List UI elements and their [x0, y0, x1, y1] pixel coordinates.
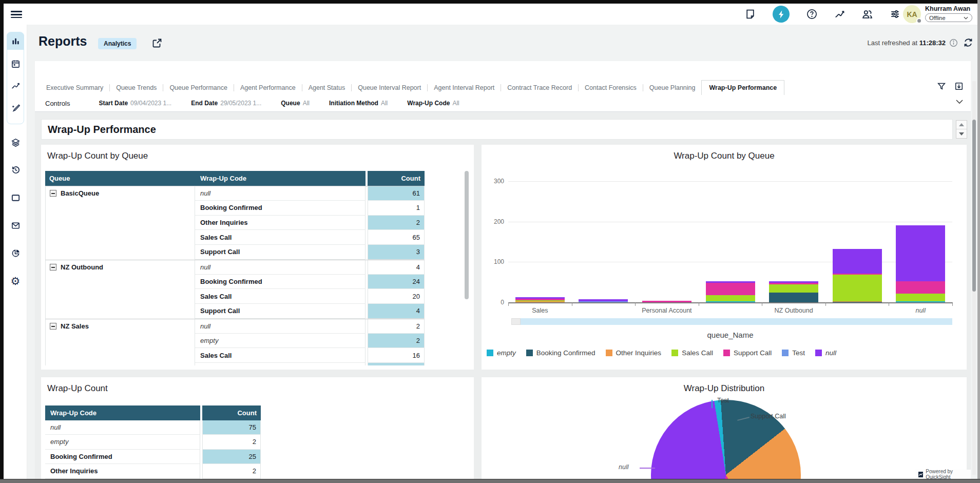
metrics-icon[interactable] [834, 9, 845, 20]
control-filter-queue[interactable]: QueueAll [281, 100, 310, 107]
tab-agent-status[interactable]: Agent Status [302, 81, 352, 94]
panel-wrapup-distribution: Wrap-Up Distribution Test Support Call n… [482, 377, 967, 479]
bar-segment-null[interactable] [769, 281, 818, 283]
tab-agent-performance[interactable]: Agent Performance [234, 81, 302, 94]
bar-segment-test[interactable] [579, 301, 628, 302]
bar-segment-empty[interactable] [706, 301, 755, 302]
bar-segment-sales-call[interactable] [515, 300, 565, 301]
chart-hscroll-handle[interactable] [511, 318, 521, 325]
table-scrollbar[interactable] [465, 171, 469, 299]
column-header-count[interactable]: Count [202, 405, 261, 420]
bar-segment-null[interactable] [706, 281, 755, 283]
table-row: Sales Call65 [45, 230, 429, 245]
sidebar-item-workspace[interactable] [7, 189, 24, 206]
bar-segment-empty[interactable] [896, 301, 945, 302]
bar-segment-null[interactable] [579, 299, 628, 301]
column-header-count[interactable]: Count [368, 171, 425, 186]
bar-segment-support-call[interactable] [769, 283, 818, 284]
bar-segment-null[interactable] [833, 249, 882, 274]
legend-item-sales-call[interactable]: Sales Call [671, 349, 713, 357]
control-filter-initiation-method[interactable]: Initiation MethodAll [329, 100, 388, 107]
bar-segment-support-call[interactable] [896, 281, 945, 294]
bar-segment-booking-confirmed[interactable] [833, 302, 882, 302]
bar-segment-sales-call[interactable] [706, 295, 755, 302]
bar-segment-support-call[interactable] [642, 301, 691, 302]
chart-hscroll-track[interactable] [521, 318, 952, 325]
column-header-wrapup-code[interactable]: Wrap-Up Code [45, 405, 200, 420]
sidebar-item-email[interactable] [7, 217, 24, 234]
tab-queue-performance[interactable]: Queue Performance [163, 81, 234, 94]
sidebar-item-settings[interactable]: ⚙ [7, 272, 24, 289]
avatar[interactable]: KA [903, 5, 921, 23]
canvas-scrollbar-thumb[interactable] [972, 120, 976, 292]
sidebar-item-designer[interactable] [7, 99, 24, 117]
control-filter-wrap-up-code[interactable]: Wrap-Up CodeAll [407, 100, 459, 107]
sidebar-item-history[interactable] [7, 161, 24, 178]
sidebar-item-dashboards[interactable] [7, 244, 24, 262]
tab-contact-forensics[interactable]: Contact Forensics [579, 81, 643, 94]
agents-icon[interactable] [862, 9, 873, 20]
bar-segment-other-inquiries[interactable] [833, 301, 882, 302]
stepper-down-button[interactable] [956, 129, 967, 138]
controls-collapse-chevron-icon[interactable] [955, 99, 964, 107]
legend-item-support-call[interactable]: Support Call [723, 349, 772, 357]
control-filter-start-date[interactable]: Start Date09/04/2023 1... [99, 100, 171, 107]
bar-segment-null[interactable] [515, 297, 565, 299]
bar-segment-sales-call[interactable] [769, 284, 818, 293]
tab-agent-interval-report[interactable]: Agent Interval Report [428, 81, 501, 94]
legend-item-test[interactable]: Test [782, 349, 805, 357]
tab-contract-trace-record[interactable]: Contract Trace Record [501, 81, 578, 94]
bar-segment-other-inquiries[interactable] [515, 301, 565, 302]
legend-item-null[interactable]: null [815, 349, 836, 357]
stepper-up-button[interactable] [956, 121, 967, 129]
table-row: empty2 [45, 435, 265, 450]
bar-segment-null[interactable] [896, 225, 945, 281]
sidebar-item-schedule[interactable] [7, 55, 24, 72]
x-axis-label-null: null [915, 307, 925, 314]
presence-dot [916, 18, 922, 24]
external-link-icon[interactable] [152, 38, 162, 48]
sidebar-item-reports[interactable] [7, 32, 24, 50]
tab-wrap-up-performance[interactable]: Wrap-Up Performance [701, 80, 784, 95]
tab-queue-trends[interactable]: Queue Trends [110, 81, 163, 94]
legend-item-empty[interactable]: empty [487, 349, 516, 357]
bar-segment-support-call[interactable] [706, 283, 755, 295]
tab-queue-interval-report[interactable]: Queue Interval Report [352, 81, 427, 94]
sidebar-item-analytics[interactable] [7, 77, 24, 94]
tab-queue-planning[interactable]: Queue Planning [643, 81, 702, 94]
legend-swatch [487, 350, 493, 356]
refresh-icon[interactable] [963, 37, 973, 48]
table-row: empty2 [45, 334, 429, 349]
collapse-icon[interactable] [50, 190, 56, 197]
count-cell: 4 [368, 260, 425, 275]
legend-item-other-inquiries[interactable]: Other Inquiries [606, 349, 662, 357]
collapse-icon[interactable] [50, 323, 56, 330]
bar-segment-sales-call[interactable] [833, 275, 882, 301]
sidebar-item-flows[interactable] [7, 133, 24, 151]
bar-segment-booking-confirmed[interactable] [769, 293, 818, 302]
quick-actions-icon-active[interactable] [773, 6, 790, 23]
hamburger-menu-icon[interactable] [11, 9, 22, 18]
table-row: NZ Outboundnull4 [45, 260, 429, 275]
filter-name: End Date [191, 100, 218, 107]
chart-legend: emptyBooking ConfirmedOther InquiriesSal… [487, 349, 836, 357]
count-cell: 2 [202, 464, 261, 479]
bar-segment-sales-call[interactable] [896, 294, 945, 302]
legend-label: empty [497, 349, 516, 357]
legend-item-booking-confirmed[interactable]: Booking Confirmed [526, 349, 595, 357]
wrapup-code-cell: empty [45, 435, 200, 450]
collapse-icon[interactable] [50, 264, 56, 271]
agent-status-dropdown[interactable]: Offline [925, 13, 972, 22]
notes-icon[interactable] [745, 9, 756, 20]
bar-segment-support-call[interactable] [833, 274, 882, 275]
column-header-wrapup-code[interactable]: Wrap-Up Code [195, 171, 366, 186]
tab-executive-summary[interactable]: Executive Summary [40, 81, 109, 94]
column-header-queue[interactable]: Queue [45, 171, 195, 186]
info-icon[interactable] [949, 38, 958, 47]
help-icon[interactable] [806, 9, 817, 20]
bar-segment-support-call[interactable] [515, 299, 565, 300]
table-row: Support Call4 [45, 304, 429, 319]
count-cell: 2 [202, 435, 261, 450]
control-filter-end-date[interactable]: End Date29/05/2023 1... [191, 100, 261, 107]
settings-sliders-icon[interactable] [890, 9, 900, 20]
